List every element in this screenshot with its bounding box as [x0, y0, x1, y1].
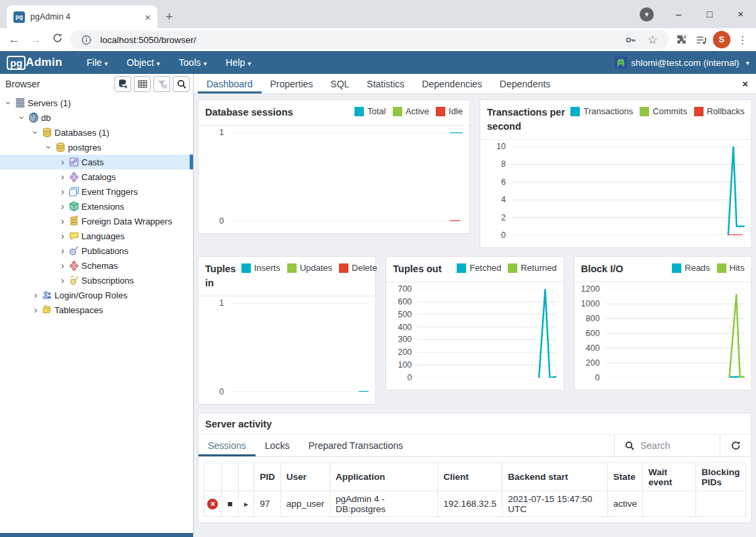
y-axis-tick: 0: [574, 373, 600, 382]
cell-wait-event: [642, 491, 695, 517]
chevron-collapsed-icon[interactable]: ›: [58, 246, 67, 255]
row-details-expand-icon[interactable]: ▸: [244, 499, 248, 509]
chevron-collapsed-icon[interactable]: ›: [58, 172, 67, 181]
tab-dependents[interactable]: Dependents: [491, 74, 560, 93]
activity-tab-locks[interactable]: Locks: [256, 435, 299, 456]
tree-item-subscriptions[interactable]: ›Subscriptions: [0, 273, 193, 288]
tree-item-event-triggers[interactable]: ›Event Triggers: [0, 184, 193, 199]
tab-dashboard[interactable]: Dashboard: [198, 74, 262, 93]
chevron-collapsed-icon[interactable]: ›: [58, 187, 67, 196]
tree-item-languages[interactable]: ›Languages: [0, 229, 193, 243]
chevron-collapsed-icon[interactable]: ›: [58, 261, 67, 270]
tree-item-label: Foreign Data Wrappers: [81, 216, 172, 226]
panel-close-icon[interactable]: ×: [734, 74, 756, 93]
legend-item-delete: Delete: [339, 263, 377, 273]
back-icon[interactable]: ←: [5, 33, 23, 46]
y-axis-tick: 800: [574, 314, 600, 323]
url-text: localhost:5050/browser/: [100, 35, 196, 45]
col-header-client: Client: [438, 463, 502, 491]
legend-swatch: [508, 263, 517, 273]
roles-icon: [42, 290, 52, 300]
address-input[interactable]: localhost:5050/browser/ ☆: [70, 30, 669, 49]
legend-label: Reads: [685, 263, 710, 273]
menu-file[interactable]: File▾: [87, 57, 108, 68]
schemas-icon: [69, 260, 79, 271]
minimize-button[interactable]: –: [663, 0, 694, 28]
extensions-puzzle-icon[interactable]: [673, 34, 689, 46]
browser-menu-icon[interactable]: ⋮: [734, 34, 751, 46]
chevron-down-icon: ▾: [204, 60, 207, 67]
tree-item-login-group-roles[interactable]: ›Login/Group Roles: [0, 288, 193, 302]
chart-title: Tuples out: [393, 262, 441, 276]
database-icon: [55, 142, 66, 153]
user-avatar-icon: [615, 56, 627, 69]
search-button[interactable]: [173, 76, 190, 92]
y-axis-tick: 1: [198, 298, 224, 308]
tree-item-databases-1[interactable]: ›Databases (1): [0, 125, 193, 140]
search-input[interactable]: [640, 440, 720, 451]
tab-statistics[interactable]: Statistics: [358, 74, 413, 93]
cancel-session-icon[interactable]: ×: [207, 499, 218, 509]
user-menu[interactable]: shlomi@test.com (internal) ▾: [615, 56, 749, 69]
tree-item-tablespaces[interactable]: ›Tablespaces: [0, 302, 193, 317]
activity-tab-prepared-transactions[interactable]: Prepared Transactions: [299, 435, 412, 456]
tree-item-schemas[interactable]: ›Schemas: [0, 258, 193, 273]
legend-swatch: [672, 263, 681, 273]
terminate-session-icon[interactable]: ■: [227, 499, 233, 509]
chevron-collapsed-icon[interactable]: ›: [31, 305, 40, 315]
chevron-expanded-icon[interactable]: ›: [4, 98, 13, 108]
tree-item-db[interactable]: ›db: [0, 110, 193, 125]
tree-item-catalogs[interactable]: ›Catalogs: [0, 169, 193, 184]
tree-item-postgres[interactable]: ›postgres: [0, 140, 193, 155]
activity-tab-sessions[interactable]: Sessions: [198, 435, 256, 456]
maximize-button[interactable]: □: [694, 0, 725, 28]
browser-update-icon[interactable]: ▾: [640, 7, 654, 22]
chart-legend: TotalActiveIdle: [354, 106, 463, 116]
tab-sql[interactable]: SQL: [322, 74, 358, 93]
chevron-collapsed-icon[interactable]: ›: [58, 276, 67, 285]
chevron-collapsed-icon[interactable]: ›: [58, 231, 67, 241]
menu-object[interactable]: Object▾: [126, 57, 160, 68]
tree-item-foreign-data-wrappers[interactable]: ›Foreign Data Wrappers: [0, 214, 193, 229]
object-types-button[interactable]: [114, 76, 131, 92]
col-header-application: Application: [330, 463, 438, 491]
chevron-expanded-icon[interactable]: ›: [44, 142, 54, 152]
chevron-expanded-icon[interactable]: ›: [17, 113, 27, 122]
chart-card-transactions-per-second: Transactions per secondTransactionsCommi…: [480, 99, 752, 248]
chevron-collapsed-icon[interactable]: ›: [31, 290, 40, 300]
chevron-collapsed-icon[interactable]: ›: [58, 216, 67, 226]
legend-swatch: [241, 263, 251, 273]
grid-view-button[interactable]: [134, 76, 151, 92]
col-header-action: [238, 463, 254, 491]
browser-tab[interactable]: pg pgAdmin 4 ×: [7, 5, 157, 28]
tree-item-servers-1[interactable]: ›Servers (1): [0, 95, 193, 110]
close-button[interactable]: ×: [725, 0, 756, 28]
chevron-collapsed-icon[interactable]: ›: [58, 157, 67, 167]
menu-help[interactable]: Help▾: [226, 57, 252, 68]
reload-icon[interactable]: [48, 32, 66, 47]
media-controls-icon[interactable]: [693, 34, 709, 46]
password-key-icon[interactable]: [622, 34, 638, 46]
bookmark-star-icon[interactable]: ☆: [644, 33, 660, 47]
legend-item-returned: Returned: [508, 263, 556, 273]
tree-item-label: Catalogs: [81, 172, 116, 182]
site-info-icon[interactable]: [78, 35, 94, 45]
chevron-expanded-icon[interactable]: ›: [31, 128, 40, 137]
new-tab-button[interactable]: +: [157, 9, 181, 28]
menu-tools[interactable]: Tools▾: [179, 57, 207, 68]
tab-properties[interactable]: Properties: [262, 74, 322, 93]
tab-dependencies[interactable]: Dependencies: [413, 74, 491, 93]
tree-item-extensions[interactable]: ›Extensions: [0, 199, 193, 214]
chevron-collapsed-icon[interactable]: ›: [58, 202, 67, 211]
legend-item-reads: Reads: [672, 263, 710, 273]
filter-button[interactable]: [153, 76, 170, 92]
browser-profile-avatar[interactable]: S: [713, 31, 730, 48]
tab-close-icon[interactable]: ×: [145, 11, 151, 23]
refresh-icon[interactable]: [720, 440, 751, 451]
tree-item-casts[interactable]: ›Casts: [0, 155, 193, 169]
tree-item-publications[interactable]: ›Publications: [0, 243, 193, 258]
object-explorer-tree: ›Servers (1)›db›Databases (1)›postgres›C…: [0, 94, 193, 317]
chevron-down-icon: ▾: [104, 60, 108, 67]
tree-item-label: Schemas: [81, 261, 118, 271]
panel-resize-handle[interactable]: [0, 533, 193, 537]
